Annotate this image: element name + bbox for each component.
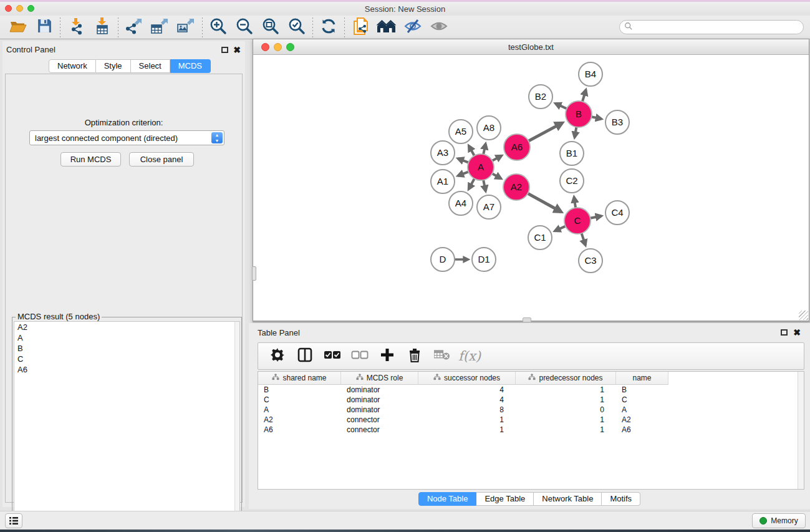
search-field[interactable]: [619, 20, 804, 34]
zoom-out-button[interactable]: [231, 17, 258, 38]
cell-predecessor-nodes[interactable]: 1: [516, 425, 616, 435]
edge-A-A2[interactable]: [492, 173, 501, 178]
cell-successor-nodes[interactable]: 4: [418, 395, 516, 405]
new-network-from-selection-button[interactable]: [347, 17, 374, 38]
node-C3[interactable]: C3: [579, 249, 602, 273]
cell-MCDS-role[interactable]: connector: [341, 425, 418, 435]
node-C4[interactable]: C4: [605, 201, 629, 225]
node-A[interactable]: A: [468, 154, 494, 180]
optimization-criterion-dropdown[interactable]: largest connected component (directed) ▲…: [29, 130, 224, 145]
edge-C-C2[interactable]: [574, 197, 576, 208]
cell-name[interactable]: A6: [616, 425, 668, 435]
close-panel-button[interactable]: Close panel: [129, 152, 194, 167]
run-mcds-button[interactable]: Run MCDS: [60, 152, 121, 167]
splitter-handle[interactable]: [523, 317, 531, 322]
import-network-button[interactable]: [63, 17, 89, 38]
column-header-shared-name[interactable]: shared name: [258, 372, 341, 385]
node-A8[interactable]: A8: [477, 116, 501, 140]
tab-node-table[interactable]: Node Table: [418, 492, 477, 506]
tab-motifs[interactable]: Motifs: [602, 492, 640, 506]
unchecked-boxes-button[interactable]: [350, 346, 369, 366]
horizontal-splitter[interactable]: [253, 321, 810, 322]
list-scrollbar[interactable]: [234, 322, 239, 530]
export-table-button[interactable]: [147, 17, 173, 38]
table-row[interactable]: A2connector11A2: [258, 415, 798, 425]
node-D[interactable]: D: [431, 248, 455, 271]
tab-edge-table[interactable]: Edge Table: [476, 492, 534, 506]
export-image-button[interactable]: [173, 17, 200, 38]
cell-predecessor-nodes[interactable]: 1: [516, 395, 616, 405]
cell-successor-nodes[interactable]: 8: [418, 405, 516, 415]
gear-button[interactable]: [268, 346, 287, 366]
tab-network[interactable]: Network: [49, 59, 96, 73]
edge-A-A7[interactable]: [483, 180, 486, 191]
edge-A-A5[interactable]: [469, 146, 475, 156]
cell-successor-nodes[interactable]: 4: [418, 385, 516, 395]
mcds-result-item[interactable]: A: [14, 332, 239, 343]
export-network-button[interactable]: [121, 17, 147, 38]
add-column-button[interactable]: [378, 346, 397, 366]
node-C1[interactable]: C1: [528, 226, 552, 249]
edge-C-C1[interactable]: [555, 226, 566, 231]
mcds-result-item[interactable]: B: [14, 343, 239, 354]
column-header-successor-nodes[interactable]: successor nodes: [418, 372, 516, 385]
close-table-panel-icon[interactable]: ✖: [793, 329, 801, 336]
edge-B-B3[interactable]: [592, 117, 602, 118]
zoom-selected-button[interactable]: [284, 17, 310, 38]
node-A1[interactable]: A1: [431, 170, 455, 193]
edge-A6-B[interactable]: [529, 123, 562, 141]
trash-button[interactable]: [405, 346, 424, 366]
columns-button[interactable]: [296, 346, 314, 366]
splitter-grip[interactable]: [252, 266, 256, 281]
checked-boxes-button[interactable]: [323, 346, 342, 366]
node-A6[interactable]: A6: [504, 134, 530, 160]
cell-shared-name[interactable]: A: [258, 405, 341, 415]
cell-name[interactable]: B: [616, 385, 668, 395]
edge-B-B2[interactable]: [556, 104, 567, 109]
show-all-button[interactable]: [426, 17, 452, 38]
node-B3[interactable]: B3: [605, 110, 629, 134]
column-header-MCDS-role[interactable]: MCDS role: [341, 372, 418, 385]
node-C2[interactable]: C2: [560, 169, 584, 193]
cell-shared-name[interactable]: A2: [258, 415, 341, 425]
cell-MCDS-role[interactable]: dominator: [341, 395, 418, 405]
node-C[interactable]: C: [564, 208, 591, 234]
edge-A2-C[interactable]: [528, 193, 561, 211]
table-row[interactable]: Cdominator41C: [258, 395, 798, 405]
cell-name[interactable]: A2: [616, 415, 668, 425]
cell-shared-name[interactable]: A6: [258, 425, 341, 435]
search-input[interactable]: [633, 22, 803, 33]
tab-network-table[interactable]: Network Table: [534, 492, 602, 506]
table-row[interactable]: Adominator80A: [258, 405, 798, 415]
cell-predecessor-nodes[interactable]: 1: [516, 385, 616, 395]
node-A5[interactable]: A5: [449, 120, 473, 143]
float-table-panel-icon[interactable]: [781, 329, 788, 336]
network-graph[interactable]: B4B2BB3A5A8A6B1A3AA1C2A2A4A7C4CC1C3DD1: [253, 55, 809, 321]
edge-A-A8[interactable]: [483, 144, 485, 155]
hide-selected-button[interactable]: [400, 17, 426, 38]
zoom-in-button[interactable]: [205, 17, 231, 38]
column-header-name[interactable]: name: [616, 372, 668, 385]
table-scrollbar[interactable]: [798, 372, 804, 489]
edge-A-A3[interactable]: [458, 158, 469, 162]
edge-C-C4[interactable]: [591, 216, 602, 218]
tab-mcds[interactable]: MCDS: [170, 59, 211, 73]
import-table-button[interactable]: [89, 17, 115, 38]
cell-MCDS-role[interactable]: dominator: [341, 385, 418, 395]
refresh-button[interactable]: [316, 17, 342, 38]
node-B1[interactable]: B1: [560, 142, 584, 165]
cell-shared-name[interactable]: B: [258, 385, 341, 395]
node-B2[interactable]: B2: [529, 85, 552, 109]
window-resize-grip[interactable]: [799, 311, 808, 320]
cell-successor-nodes[interactable]: 1: [418, 415, 516, 425]
network-window-titlebar[interactable]: testGlobe.txt: [253, 39, 809, 55]
node-A4[interactable]: A4: [449, 191, 473, 215]
node-B4[interactable]: B4: [579, 62, 602, 86]
edge-A-A4[interactable]: [469, 178, 475, 189]
node-A3[interactable]: A3: [431, 141, 455, 165]
cell-MCDS-role[interactable]: connector: [341, 415, 418, 425]
node-B[interactable]: B: [566, 101, 592, 127]
edge-A-A6[interactable]: [492, 156, 501, 161]
cell-name[interactable]: A: [616, 405, 668, 415]
edge-C-C3[interactable]: [582, 233, 586, 245]
